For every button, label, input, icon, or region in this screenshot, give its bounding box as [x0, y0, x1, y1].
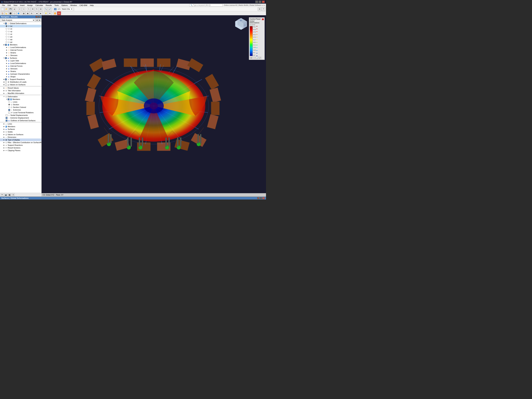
menu-assign[interactable]: Assign: [26, 4, 34, 7]
extreme-disp-checkbox[interactable]: [6, 117, 7, 119]
tree-def-section[interactable]: ⬡ Section: [0, 103, 41, 106]
tree-item-py[interactable]: ⬡ φy: [0, 38, 41, 41]
surfaces-checkbox[interactable]: [5, 57, 7, 59]
nav-analysis-dropdown[interactable]: Static Analysis ◀ ▶: [0, 18, 41, 22]
settings-btn[interactable]: ⚙: [258, 7, 261, 11]
tree-members-strains[interactable]: ▶ ⬡ Strains: [0, 51, 41, 54]
zoom-out-btn[interactable]: 🔎: [48, 7, 52, 11]
print-btn[interactable]: 🖨: [13, 7, 16, 11]
loadcase-selector[interactable]: G LC1 Vlastní tíha ▼: [53, 7, 73, 11]
legend-btn-3[interactable]: 📊: [256, 57, 258, 59]
nav-eye-btn[interactable]: 👁: [1, 193, 4, 196]
menu-results[interactable]: Results: [44, 4, 53, 7]
tree-item-pz[interactable]: ⬡ φz: [0, 41, 41, 43]
tb2-8[interactable]: ⊞: [30, 12, 33, 15]
ribs-toggle[interactable]: ▶: [3, 141, 5, 144]
tree-values-surfaces[interactable]: ▶ ◫ Values on Surfaces: [0, 83, 41, 86]
surfaces-toggle[interactable]: ▼: [3, 57, 5, 59]
tree-def-local-torsional[interactable]: ↺ Local Torsional Rotations: [0, 111, 41, 114]
menu-insert[interactable]: Insert: [19, 4, 26, 7]
menu-view[interactable]: View: [12, 4, 19, 7]
lines-toggle[interactable]: ▶: [3, 123, 5, 125]
dist-loads-toggle[interactable]: ▶: [3, 81, 5, 83]
save-btn[interactable]: 💾: [9, 7, 12, 11]
tb2-5[interactable]: 🔷: [17, 12, 20, 15]
tree-clipping-planes[interactable]: ▶ ✂ Clipping Planes: [0, 149, 41, 152]
py-radio[interactable]: [6, 38, 7, 40]
menu-cad-bim[interactable]: CAD-BIM: [78, 4, 89, 7]
def-lines-radio[interactable]: [8, 101, 10, 103]
tree-support-reactions-bottom[interactable]: ▶ ⤓ Support Reactions: [0, 144, 41, 146]
tree-surf-layer-side[interactable]: ▶ ◈ Layer Side: [0, 59, 41, 62]
surf-int-forces-toggle[interactable]: ▶: [6, 65, 8, 67]
nav-next-btn[interactable]: ▶: [38, 19, 41, 21]
tree-members-internal-forces[interactable]: ▶ ⬡ Internal Forces: [0, 49, 41, 51]
undo-btn[interactable]: ↩: [18, 7, 21, 11]
deformation-toggle[interactable]: ▼: [3, 95, 5, 98]
tree-surf-strains[interactable]: ▶ ◈ Strains: [0, 70, 41, 73]
tree-result-sections[interactable]: ▶ ✂ Result Sections: [0, 146, 41, 149]
redo-btn[interactable]: ↪: [22, 7, 25, 11]
clipping-planes-toggle[interactable]: ▶: [3, 149, 5, 152]
tree-def-members[interactable]: ▼ 👤 Members: [0, 98, 41, 101]
tb2-6[interactable]: ▦: [22, 12, 25, 15]
tree-lines[interactable]: ▶ — Lines: [0, 122, 41, 125]
tb2-4[interactable]: ◻: [13, 12, 16, 15]
type-of-display-toggle[interactable]: ▶: [3, 139, 5, 141]
tree-support-reactions[interactable]: ▶ ⤓ Support Reactions: [0, 78, 41, 81]
tree-item-u[interactable]: ⬡ |u|: [0, 25, 41, 27]
def-local-torsional-checkbox[interactable]: [8, 112, 10, 114]
tree-result-values[interactable]: ▶ ⬡ Result Values: [0, 87, 41, 89]
tb2-2[interactable]: 📐: [5, 12, 8, 15]
solids-toggle[interactable]: ▶: [3, 131, 5, 133]
stresses-toggle[interactable]: ▶: [6, 54, 8, 56]
tb2-arrow-left[interactable]: ◀: [35, 12, 38, 15]
strains-toggle[interactable]: ▶: [6, 52, 8, 54]
surf-strains-toggle[interactable]: ▶: [6, 70, 8, 72]
open-btn[interactable]: 📂: [5, 7, 8, 11]
menu-window[interactable]: Window: [69, 4, 78, 7]
support-reactions-toggle[interactable]: ▶: [3, 78, 5, 80]
close-button[interactable]: ✕: [262, 1, 265, 3]
tb2-render-btn[interactable]: 💡: [44, 12, 48, 15]
tb2-3[interactable]: ⬛: [9, 12, 12, 15]
tree-item-uy[interactable]: ⬡ uy: [0, 30, 41, 33]
legend-btn-1[interactable]: ⊞: [250, 57, 252, 59]
local-def-toggle[interactable]: ▶: [6, 46, 8, 48]
def-members-checkbox[interactable]: [8, 98, 9, 100]
nav-cube[interactable]: Z+ +Y: [234, 17, 248, 31]
select-btn[interactable]: ↖: [27, 7, 31, 11]
new-btn[interactable]: 📄: [1, 7, 4, 11]
tree-title-info[interactable]: ▶ ℹ Title Information: [0, 89, 41, 92]
menu-file[interactable]: File: [1, 4, 6, 7]
tree-nodal-displacements[interactable]: • Nodal Displacements: [0, 114, 41, 117]
tb2-1[interactable]: 🏠: [1, 12, 4, 15]
analysis-select[interactable]: Static Analysis: [0, 19, 35, 22]
help-btn[interactable]: ?: [262, 7, 265, 11]
tree-item-ux[interactable]: ⬡ ux: [0, 27, 41, 30]
ux-radio[interactable]: [6, 28, 7, 30]
tree-surfaces-bottom[interactable]: ▶ ◈ Surfaces: [0, 128, 41, 131]
pz-radio[interactable]: [6, 41, 7, 43]
tb2-color-btn[interactable]: 🎨: [57, 12, 61, 15]
nav-camera-btn[interactable]: 📷: [4, 193, 7, 196]
bottom-close-btn[interactable]: ✕: [262, 197, 265, 199]
bottom-expand-btn[interactable]: □: [260, 197, 262, 199]
support-reactions-bottom-toggle[interactable]: ▶: [3, 144, 5, 146]
u-radio[interactable]: [6, 25, 7, 27]
values-surfaces-toggle[interactable]: ▶: [3, 84, 5, 86]
members-bottom-toggle[interactable]: ▶: [3, 126, 5, 127]
result-values-toggle[interactable]: ▶: [3, 87, 5, 89]
tree-type-of-display[interactable]: ▶ 🖥 Type of display: [0, 139, 41, 141]
tree-solids[interactable]: ▶ ⬡ Solids: [0, 131, 41, 133]
nav-settings-btn[interactable]: ☰: [12, 193, 15, 196]
tree-item-uz[interactable]: ⬡ uz: [0, 33, 41, 35]
outlines-deformed-checkbox[interactable]: [6, 120, 7, 121]
zoom-in-btn[interactable]: 🔍: [44, 7, 48, 11]
nav-prev-btn[interactable]: ◀: [35, 19, 38, 21]
px-radio[interactable]: [6, 36, 7, 38]
tb2-arrow-right[interactable]: ▶: [39, 12, 43, 15]
tree-max-min-info[interactable]: ▶ ↕ Max/Min Information: [0, 92, 41, 95]
move-btn[interactable]: ✥: [31, 7, 35, 11]
legend-btn-4[interactable]: 🖊: [259, 57, 261, 59]
